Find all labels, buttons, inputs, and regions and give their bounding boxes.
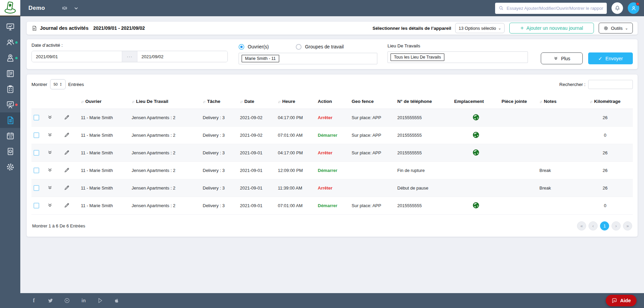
worksite-chip[interactable]: Tous les Lieu De Travails [391, 53, 444, 61]
column-header-tache[interactable]: ↓↑Tâche [201, 94, 238, 109]
tools-button[interactable]: Outils ⌄ [599, 23, 633, 34]
worksite-select-input[interactable]: Tous les Lieu De Travails [387, 51, 528, 63]
row-checkbox[interactable] [34, 185, 39, 191]
page-1-button[interactable]: 1 [600, 221, 609, 230]
cell-action: Démarrer [316, 162, 350, 179]
edit-row-button[interactable] [64, 185, 70, 192]
expand-row-button[interactable] [47, 150, 53, 156]
column-header-ouvrier[interactable]: ↓↑Ouvrier [79, 94, 130, 109]
worker-select-input[interactable]: Marie Smith - 11 [239, 53, 377, 64]
cell-kilometrage: 0 [577, 197, 633, 215]
date-from-input[interactable] [32, 51, 122, 62]
notification-badge [636, 2, 640, 6]
workgroups-radio[interactable]: Groupes de travail [296, 44, 343, 50]
global-search-input[interactable] [507, 6, 603, 11]
activity-table: ↓↑Ouvrier↓↑Lieu De Travail↓↑Tâche↓↑Date↓… [31, 94, 633, 215]
prev-page-button[interactable]: ‹ [589, 221, 598, 230]
sidebar-item-schedule[interactable]: 15 [0, 128, 20, 144]
search-icon [498, 5, 504, 11]
expand-row-button[interactable] [47, 132, 53, 139]
entries-info: Montrer 1 à 6 De 6 Entrées [32, 223, 85, 228]
expand-row-button[interactable] [47, 185, 53, 192]
google-play-icon[interactable] [97, 297, 104, 304]
submit-button[interactable]: ✓ Envoyer [588, 52, 633, 64]
globe-icon[interactable] [472, 113, 480, 121]
expand-row-button[interactable] [47, 114, 53, 121]
column-header-heure[interactable]: ↓↑Heure [276, 94, 316, 109]
facebook-icon[interactable]: f [30, 297, 37, 304]
cell-geo-fence [350, 162, 395, 179]
first-page-button[interactable]: « [577, 221, 586, 230]
app-logo[interactable] [0, 0, 20, 16]
sidebar-item-map[interactable] [0, 50, 20, 66]
add-journal-button[interactable]: + Ajouter un nouveau journal [509, 23, 594, 34]
column-header-date[interactable]: ↓↑Date [238, 94, 276, 109]
twitter-icon[interactable] [47, 297, 54, 304]
date-range-separator-button[interactable]: ··· [122, 51, 137, 62]
cell-emplacement [452, 109, 499, 127]
sidebar-item-reports[interactable] [0, 97, 20, 112]
broadcast-info-icon[interactable] [61, 5, 68, 12]
newspaper-icon [6, 69, 15, 78]
cell-emplacement [452, 162, 499, 179]
edit-row-button[interactable] [64, 150, 70, 156]
expand-row-button[interactable] [47, 167, 53, 174]
main-content: Journal des activités 2021/09/01 - 2021/… [20, 16, 644, 293]
cell-ouvrier: 11 - Marie Smith [79, 144, 130, 162]
sidebar-item-settings[interactable] [0, 159, 20, 175]
page-size-select[interactable]: 50 ▲▼ [50, 79, 66, 89]
date-to-input[interactable] [137, 51, 227, 62]
footer: fin Aide [20, 293, 644, 308]
row-checkbox[interactable] [34, 115, 39, 120]
chevrons-down-icon [47, 167, 53, 174]
youtube-icon[interactable] [64, 297, 70, 304]
chevron-down-icon[interactable] [73, 5, 80, 12]
notifications-button[interactable] [612, 2, 623, 14]
cell-ouvrier: 11 - Marie Smith [79, 179, 130, 197]
column-header-notes[interactable]: ↓↑Notes [537, 94, 577, 109]
cell-geo-fence: Sur place: APP [350, 127, 395, 144]
help-button[interactable]: Aide [606, 295, 637, 306]
sidebar-item-workers[interactable] [0, 35, 20, 50]
cell-notes [537, 144, 577, 162]
chat-bubble-icon [612, 298, 617, 304]
edit-row-button[interactable] [64, 132, 70, 139]
options-select[interactable]: 13 Options sélectio ⌄ [455, 23, 505, 33]
table-search-input[interactable] [588, 80, 633, 89]
row-checkbox[interactable] [34, 150, 39, 156]
sidebar-item-dashboard[interactable] [0, 19, 20, 35]
radio-icon [296, 44, 302, 50]
pencil-icon [64, 114, 70, 121]
row-checkbox[interactable] [34, 132, 39, 138]
cell-n-de-telephone: 2015555555 [395, 144, 452, 162]
globe-icon[interactable] [472, 201, 480, 209]
edit-row-button[interactable] [64, 167, 70, 174]
table-row: 11 - Marie SmithJensen Apartments : 2Del… [31, 162, 633, 179]
next-page-button[interactable]: › [612, 221, 621, 230]
notification-dot [15, 41, 18, 44]
user-avatar-button[interactable] [628, 2, 639, 14]
last-page-button[interactable]: » [623, 221, 632, 230]
cell-piece-jointe [499, 109, 537, 127]
edit-row-button[interactable] [64, 202, 70, 209]
sidebar-item-tasks[interactable] [0, 81, 20, 97]
column-header-lieu-de-travail[interactable]: ↓↑Lieu De Travail [130, 94, 201, 109]
globe-icon[interactable] [472, 149, 480, 156]
sidebar-item-journal[interactable] [0, 112, 20, 128]
clipboard-icon [6, 85, 15, 94]
sidebar-item-news[interactable] [0, 66, 20, 81]
apple-icon[interactable] [113, 297, 120, 304]
edit-row-button[interactable] [64, 114, 70, 121]
pencil-icon [64, 185, 70, 192]
more-filters-button[interactable]: Plus [541, 52, 583, 64]
row-checkbox[interactable] [34, 168, 39, 173]
worker-chip[interactable]: Marie Smith - 11 [242, 55, 279, 62]
globe-icon[interactable] [472, 131, 480, 139]
person-icon [630, 5, 637, 12]
sidebar-item-guide[interactable] [0, 144, 20, 159]
workers-radio[interactable]: Ouvrier(s) [239, 44, 269, 50]
linkedin-icon[interactable]: in [80, 297, 87, 304]
row-checkbox[interactable] [34, 203, 39, 208]
expand-row-button[interactable] [47, 202, 53, 209]
column-header-kilometrage[interactable]: ↓↑Kilométrage [577, 94, 633, 109]
